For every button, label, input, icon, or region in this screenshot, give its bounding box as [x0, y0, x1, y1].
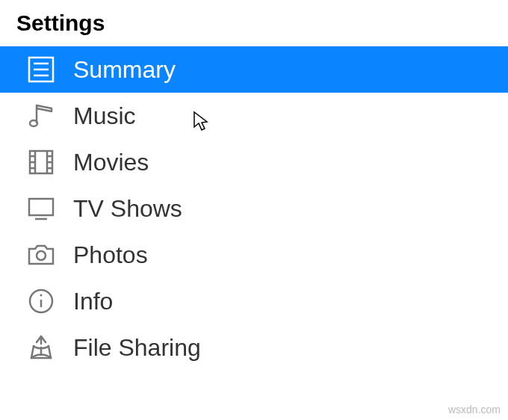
svg-rect-14	[29, 199, 53, 215]
menu-item-label: Summary	[73, 56, 176, 84]
svg-point-16	[37, 251, 46, 260]
settings-menu: Summary Music	[0, 46, 508, 371]
menu-item-label: File Sharing	[73, 334, 201, 362]
menu-item-label: Photos	[73, 241, 148, 269]
menu-item-tv-shows[interactable]: TV Shows	[0, 185, 508, 232]
photos-icon	[25, 239, 57, 271]
menu-item-label: Movies	[73, 149, 149, 176]
menu-item-file-sharing[interactable]: File Sharing	[0, 324, 508, 371]
menu-item-movies[interactable]: Movies	[0, 139, 508, 185]
menu-item-label: TV Shows	[73, 195, 182, 223]
svg-point-19	[40, 294, 43, 297]
menu-item-label: Info	[73, 288, 113, 315]
music-icon	[25, 100, 57, 132]
file-sharing-icon	[25, 332, 57, 363]
summary-icon	[25, 54, 57, 85]
menu-item-photos[interactable]: Photos	[0, 232, 508, 278]
menu-item-info[interactable]: Info	[0, 278, 508, 324]
menu-item-summary[interactable]: Summary	[0, 46, 508, 93]
menu-item-label: Music	[73, 102, 136, 130]
movies-icon	[25, 146, 57, 178]
info-icon	[25, 285, 57, 317]
menu-item-music[interactable]: Music	[0, 93, 508, 139]
watermark-text: wsxdn.com	[448, 404, 501, 416]
settings-header: Settings	[0, 10, 508, 46]
tv-icon	[25, 193, 57, 224]
